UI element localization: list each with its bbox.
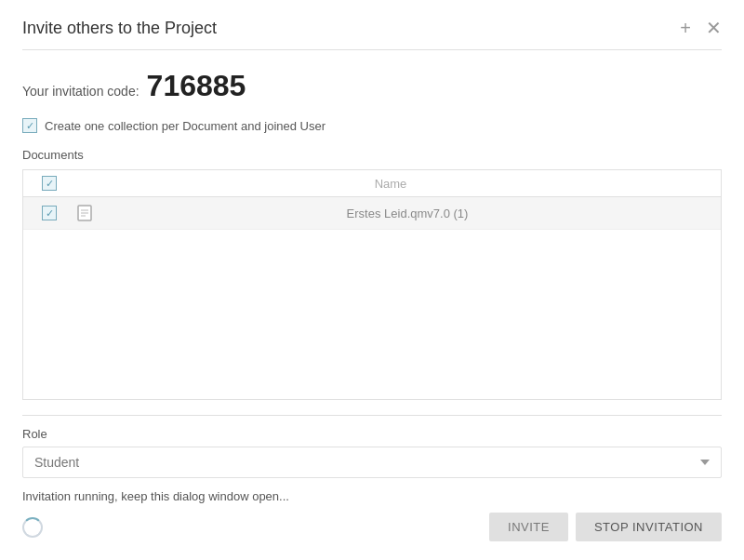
row-document-name: Erstes Leid.qmv7.0 (1) (101, 207, 713, 220)
invite-button[interactable]: INVITE (489, 513, 568, 541)
header-checkbox-cell: ✓ (31, 176, 68, 191)
document-icon (68, 205, 101, 221)
documents-section-label: Documents (22, 148, 722, 162)
collection-checkbox-label: Create one collection per Document and j… (45, 119, 326, 133)
dialog-title: Invite others to the Project (22, 19, 217, 38)
invitation-code-row: Your invitation code: 716885 (22, 69, 722, 103)
role-select[interactable]: Student Teacher Admin (22, 447, 722, 478)
row-checkbox[interactable]: ✓ (42, 206, 57, 220)
loading-spinner (22, 517, 43, 538)
collection-checkbox-row[interactable]: ✓ Create one collection per Document and… (22, 118, 722, 133)
status-text: Invitation running, keep this dialog win… (22, 489, 289, 503)
stop-invitation-button[interactable]: STOP INVITATION (576, 513, 722, 541)
row-checkmark-icon: ✓ (46, 207, 54, 220)
documents-table: ✓ Name ✓ Erstes Leid.qmv7.0 (1) (22, 169, 722, 400)
header-name-col: Name (68, 177, 713, 191)
invite-dialog: Invite others to the Project + ✕ Your in… (0, 0, 744, 560)
close-icon[interactable]: ✕ (706, 19, 722, 37)
role-label: Role (22, 427, 722, 441)
invitation-code-label: Your invitation code: (22, 84, 140, 99)
status-row: Invitation running, keep this dialog win… (22, 489, 722, 503)
table-header-row: ✓ Name (23, 170, 721, 197)
role-section: Role Student Teacher Admin (22, 427, 722, 478)
header-checkmark-icon: ✓ (46, 178, 54, 190)
header-actions: + ✕ (680, 19, 722, 37)
divider (22, 415, 722, 416)
dialog-header: Invite others to the Project + ✕ (22, 19, 722, 50)
row-checkbox-cell: ✓ (31, 206, 68, 220)
invitation-code-value: 716885 (147, 69, 246, 103)
plus-icon[interactable]: + (680, 19, 691, 37)
checkmark-icon: ✓ (26, 120, 34, 132)
collection-checkbox[interactable]: ✓ (22, 118, 37, 133)
header-checkbox[interactable]: ✓ (42, 176, 57, 191)
table-row: ✓ Erstes Leid.qmv7.0 (1) (23, 197, 721, 230)
footer-row: INVITE STOP INVITATION (22, 513, 722, 541)
